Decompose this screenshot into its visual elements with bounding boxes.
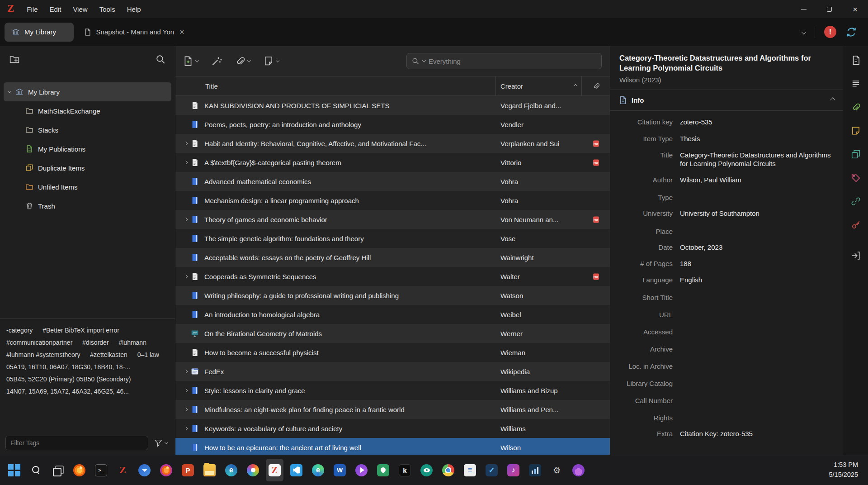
info-section-header[interactable]: Info bbox=[610, 90, 843, 111]
field-value[interactable]: 188 bbox=[680, 259, 836, 268]
taskbar-app-button[interactable] bbox=[5, 459, 23, 481]
tag-item[interactable]: #zettelkasten bbox=[90, 349, 127, 361]
tag-item[interactable]: #luhmann #systemstheory bbox=[6, 349, 80, 361]
sidebar-collection-item[interactable]: Trash bbox=[4, 196, 171, 215]
expand-chevron-icon[interactable] bbox=[181, 104, 191, 107]
table-row[interactable]: Habit and Identity: Behavioral, Cognitiv… bbox=[175, 134, 610, 153]
table-row[interactable]: An introduction to homological algebra W… bbox=[175, 305, 610, 324]
sidebar-collection-item[interactable]: Unfiled Items bbox=[4, 177, 171, 196]
sidebar-collection-item[interactable]: My Publications bbox=[4, 139, 171, 158]
menu-item[interactable]: Edit bbox=[44, 2, 67, 16]
table-row[interactable]: On the Birational Geometry of Matroids W… bbox=[175, 324, 610, 343]
table-row[interactable]: Theory of games and economic behavior Vo… bbox=[175, 210, 610, 229]
field-value[interactable] bbox=[680, 361, 836, 369]
related-tab-button[interactable] bbox=[851, 196, 861, 206]
taskbar-app-button[interactable] bbox=[71, 459, 88, 481]
close-button[interactable]: × bbox=[842, 0, 868, 18]
taskbar-app-button[interactable] bbox=[157, 459, 175, 481]
table-row[interactable]: Mechanism design: a linear programming a… bbox=[175, 191, 610, 210]
tag-item[interactable]: 14N07, 15A69, 15A72, 46A32, 46G25, 46... bbox=[6, 385, 129, 398]
expand-chevron-icon[interactable] bbox=[181, 351, 191, 354]
collections-search-button[interactable] bbox=[155, 54, 166, 65]
abstract-tab-button[interactable] bbox=[851, 79, 861, 89]
field-value[interactable]: October, 2023 bbox=[680, 243, 836, 252]
expand-chevron-icon[interactable] bbox=[181, 427, 191, 430]
field-value[interactable]: Wilson, Paul William bbox=[680, 176, 836, 184]
taskbar-app-button[interactable] bbox=[244, 459, 262, 481]
taskbar-app-button[interactable] bbox=[439, 459, 457, 481]
sidebar-collection-item[interactable]: Stacks bbox=[4, 120, 171, 139]
table-row[interactable]: Style: lessons in clarity and grace Will… bbox=[175, 381, 610, 400]
expand-chevron-icon[interactable] bbox=[181, 275, 191, 278]
expand-chevron-icon[interactable] bbox=[181, 446, 191, 449]
table-row[interactable]: FedEx Wikipedia PDF bbox=[175, 362, 610, 381]
taskbar-app-button[interactable] bbox=[570, 459, 587, 481]
expand-chevron-icon[interactable] bbox=[181, 313, 191, 316]
attachments-tab-button[interactable] bbox=[851, 102, 861, 112]
table-row[interactable]: Acceptable words: essays on the poetry o… bbox=[175, 248, 610, 267]
field-value[interactable] bbox=[680, 192, 836, 200]
tag-item[interactable]: #disorder bbox=[82, 337, 108, 349]
locate-button[interactable] bbox=[851, 251, 861, 261]
field-value[interactable] bbox=[680, 378, 836, 386]
new-collection-button[interactable] bbox=[9, 54, 20, 65]
tags-tab-button[interactable] bbox=[851, 173, 861, 183]
taskbar-app-button[interactable] bbox=[27, 459, 45, 481]
add-by-identifier-button[interactable] bbox=[211, 56, 222, 67]
collapse-section-icon[interactable] bbox=[830, 98, 835, 103]
taskbar-app-button[interactable] bbox=[526, 459, 544, 481]
tag-item[interactable]: 05A19, 16T10, 06A07, 18G30, 18B40, 18-..… bbox=[6, 361, 130, 373]
expand-chevron-icon[interactable] bbox=[181, 123, 191, 126]
table-row[interactable]: The simple genetic algorithm: foundation… bbox=[175, 229, 610, 248]
table-row[interactable]: Advanced mathematical economics Vohra PD… bbox=[175, 172, 610, 191]
field-value[interactable]: English bbox=[680, 276, 836, 284]
info-tab-button[interactable] bbox=[851, 55, 861, 65]
field-value[interactable]: Citation Key: zotero-535 bbox=[680, 429, 836, 438]
taskbar-app-button[interactable] bbox=[136, 459, 153, 481]
tab-list-button[interactable] bbox=[802, 28, 806, 36]
table-row[interactable]: Mindfulness: an eight-week plan for find… bbox=[175, 400, 610, 419]
taskbar-app-button[interactable]: >_ bbox=[92, 459, 110, 481]
taskbar-app-button[interactable]: W bbox=[331, 459, 349, 481]
table-row[interactable]: Keywords: a vocabulary of culture and so… bbox=[175, 419, 610, 438]
field-value[interactable]: zotero-535 bbox=[680, 118, 836, 126]
add-attachment-button[interactable] bbox=[235, 56, 250, 67]
field-value[interactable] bbox=[680, 395, 836, 403]
tag-item[interactable]: -category bbox=[6, 324, 33, 337]
tag-item[interactable]: 05B45, 52C20 (Primary) 05B50 (Secondary) bbox=[6, 373, 131, 385]
field-value[interactable]: Thesis bbox=[680, 134, 836, 143]
minimize-button[interactable] bbox=[791, 0, 816, 18]
taskbar-app-button[interactable]: P bbox=[179, 459, 197, 481]
notes-tab-button[interactable] bbox=[851, 126, 861, 136]
collapse-chevron-icon[interactable] bbox=[8, 89, 11, 93]
expand-chevron-icon[interactable] bbox=[181, 408, 191, 411]
table-row[interactable]: Cooperads as Symmetric Sequences Walter … bbox=[175, 267, 610, 286]
expand-chevron-icon[interactable] bbox=[181, 389, 191, 392]
tab-close-icon[interactable]: × bbox=[179, 28, 184, 36]
tag-item[interactable]: #Better BibTeX import error bbox=[42, 324, 119, 337]
expand-chevron-icon[interactable] bbox=[181, 370, 191, 373]
taskbar-app-button[interactable]: ⚙ bbox=[548, 459, 566, 481]
new-item-button[interactable] bbox=[183, 56, 198, 67]
taskbar-app-button[interactable] bbox=[201, 459, 218, 481]
citation-key-tab-button[interactable] bbox=[851, 220, 861, 230]
field-value[interactable] bbox=[680, 226, 836, 234]
tag-item[interactable]: #luhmann bbox=[118, 337, 146, 349]
field-value[interactable] bbox=[680, 292, 836, 300]
expand-chevron-icon[interactable] bbox=[181, 180, 191, 183]
tab[interactable]: Snapshot - Mann and Yon × bbox=[76, 23, 192, 42]
taskbar-app-button[interactable] bbox=[49, 459, 66, 481]
maximize-button[interactable] bbox=[816, 0, 842, 18]
tag-filter-options-button[interactable] bbox=[154, 438, 168, 447]
menu-item[interactable]: View bbox=[67, 2, 93, 16]
taskbar-app-button[interactable]: k bbox=[396, 459, 414, 481]
field-value[interactable] bbox=[680, 343, 836, 352]
table-row[interactable]: Poems, poets, poetry: an introduction an… bbox=[175, 115, 610, 134]
expand-chevron-icon[interactable] bbox=[181, 161, 191, 164]
field-value[interactable] bbox=[680, 412, 836, 420]
table-row[interactable]: How to become a successful physicist Wie… bbox=[175, 343, 610, 362]
menu-item[interactable]: Help bbox=[121, 2, 147, 16]
sidebar-collection-item[interactable]: MathStackExchange bbox=[4, 101, 171, 120]
taskbar-app-button[interactable]: Z bbox=[114, 459, 132, 481]
table-row[interactable]: How to be an epicurean: the ancient art … bbox=[175, 438, 610, 455]
